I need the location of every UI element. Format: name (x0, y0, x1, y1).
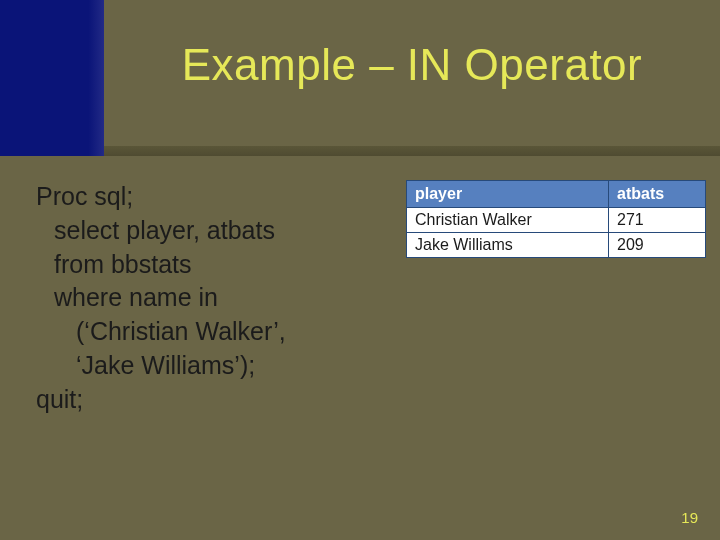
table-row: Jake Williams 209 (407, 233, 706, 258)
page-number: 19 (681, 509, 698, 526)
cell-atbats: 271 (609, 208, 706, 233)
cell-player: Christian Walker (407, 208, 609, 233)
title-underline (104, 146, 720, 156)
code-line: where name in (36, 281, 366, 315)
column-header-atbats: atbats (609, 181, 706, 208)
code-line: Proc sql; (36, 182, 133, 210)
slide: Example – IN Operator Proc sql; select p… (0, 0, 720, 540)
code-line: quit; (36, 385, 83, 413)
table-row: Christian Walker 271 (407, 208, 706, 233)
accent-block (0, 0, 104, 156)
code-line: select player, atbats (36, 214, 366, 248)
cell-player: Jake Williams (407, 233, 609, 258)
code-block: Proc sql; select player, atbats from bbs… (36, 180, 366, 416)
column-header-player: player (407, 181, 609, 208)
cell-atbats: 209 (609, 233, 706, 258)
table-header-row: player atbats (407, 181, 706, 208)
body-area: Proc sql; select player, atbats from bbs… (36, 180, 684, 500)
code-line: ‘Jake Williams’); (36, 349, 366, 383)
result-table-wrap: player atbats Christian Walker 271 Jake … (406, 180, 706, 258)
slide-title: Example – IN Operator (104, 40, 720, 90)
result-table: player atbats Christian Walker 271 Jake … (406, 180, 706, 258)
code-line: from bbstats (36, 248, 366, 282)
title-band: Example – IN Operator (0, 0, 720, 156)
code-line: (‘Christian Walker’, (36, 315, 366, 349)
